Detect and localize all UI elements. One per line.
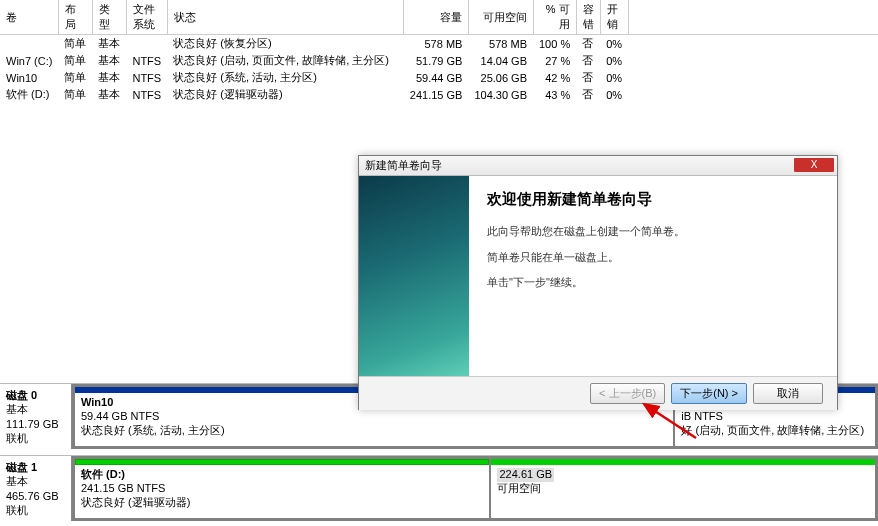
cell-layout: 简单 bbox=[58, 69, 92, 86]
col-fs[interactable]: 文件系统 bbox=[126, 0, 167, 35]
partition-sub: 59.44 GB NTFS bbox=[81, 410, 667, 424]
col-fault[interactable]: 容错 bbox=[576, 0, 600, 35]
cell-volume bbox=[0, 35, 58, 53]
cell-status: 状态良好 (系统, 活动, 主分区) bbox=[167, 69, 404, 86]
partition-status: 状态良好 (逻辑驱动器) bbox=[81, 496, 483, 510]
table-row[interactable]: 软件 (D:)简单基本NTFS状态良好 (逻辑驱动器)241.15 GB104.… bbox=[0, 86, 878, 103]
cell-free: 578 MB bbox=[468, 35, 533, 53]
partition-unallocated[interactable]: 224.61 GB 可用空间 bbox=[490, 458, 876, 519]
cell-status: 状态良好 (逻辑驱动器) bbox=[167, 86, 404, 103]
cell-type: 基本 bbox=[92, 52, 126, 69]
cell-type: 基本 bbox=[92, 69, 126, 86]
disk-info-0[interactable]: 磁盘 0 基本 111.79 GB 联机 bbox=[0, 384, 72, 449]
cell-free: 104.30 GB bbox=[468, 86, 533, 103]
col-overhead[interactable]: 开销 bbox=[600, 0, 628, 35]
volume-table: 卷 布局 类型 文件系统 状态 容量 可用空间 % 可用 容错 开销 简单基本状… bbox=[0, 0, 878, 103]
partition-d[interactable]: 软件 (D:) 241.15 GB NTFS 状态良好 (逻辑驱动器) bbox=[74, 458, 490, 519]
cell-pctfree: 42 % bbox=[533, 69, 576, 86]
cell-status: 状态良好 (恢复分区) bbox=[167, 35, 404, 53]
cell-volume: Win10 bbox=[0, 69, 58, 86]
cell-overhead: 0% bbox=[600, 52, 628, 69]
cell-layout: 简单 bbox=[58, 86, 92, 103]
cell-fault: 否 bbox=[576, 52, 600, 69]
cell-volume: 软件 (D:) bbox=[0, 86, 58, 103]
cell-fs: NTFS bbox=[126, 69, 167, 86]
dialog-titlebar[interactable]: 新建简单卷向导 X bbox=[359, 156, 837, 176]
table-row[interactable]: Win10简单基本NTFS状态良好 (系统, 活动, 主分区)59.44 GB2… bbox=[0, 69, 878, 86]
partition-status: 可用空间 bbox=[497, 482, 869, 496]
next-button[interactable]: 下一步(N) > bbox=[671, 383, 747, 404]
cell-capacity: 51.79 GB bbox=[404, 52, 469, 69]
disk-size: 111.79 GB bbox=[6, 417, 65, 431]
disk-row-1: 磁盘 1 基本 465.76 GB 联机 软件 (D:) 241.15 GB N… bbox=[0, 455, 878, 521]
partition-label: 软件 (D:) bbox=[81, 468, 483, 482]
cancel-button[interactable]: 取消 bbox=[753, 383, 823, 404]
table-header-row: 卷 布局 类型 文件系统 状态 容量 可用空间 % 可用 容错 开销 bbox=[0, 0, 878, 35]
dialog-title-text: 新建简单卷向导 bbox=[365, 158, 442, 173]
disk-state: 联机 bbox=[6, 431, 65, 445]
cell-layout: 简单 bbox=[58, 35, 92, 53]
cell-pctfree: 27 % bbox=[533, 52, 576, 69]
disk-title: 磁盘 1 bbox=[6, 460, 65, 474]
disk-state: 联机 bbox=[6, 503, 65, 517]
close-button[interactable]: X bbox=[794, 158, 834, 172]
close-icon: X bbox=[811, 159, 818, 170]
cell-pctfree: 100 % bbox=[533, 35, 576, 53]
cell-fs bbox=[126, 35, 167, 53]
cell-free: 14.04 GB bbox=[468, 52, 533, 69]
col-type[interactable]: 类型 bbox=[92, 0, 126, 35]
partition-sub: 241.15 GB NTFS bbox=[81, 482, 483, 496]
table-row[interactable]: Win7 (C:)简单基本NTFS状态良好 (启动, 页面文件, 故障转储, 主… bbox=[0, 52, 878, 69]
partition-status: 好 (启动, 页面文件, 故障转储, 主分区) bbox=[681, 424, 869, 438]
cell-overhead: 0% bbox=[600, 69, 628, 86]
disk-title: 磁盘 0 bbox=[6, 388, 65, 402]
wizard-line3: 单击"下一步"继续。 bbox=[487, 274, 821, 292]
disk-type: 基本 bbox=[6, 474, 65, 488]
wizard-line1: 此向导帮助您在磁盘上创建一个简单卷。 bbox=[487, 223, 821, 241]
cell-overhead: 0% bbox=[600, 86, 628, 103]
partition-status: 状态良好 (系统, 活动, 主分区) bbox=[81, 424, 667, 438]
cell-fault: 否 bbox=[576, 35, 600, 53]
table-row[interactable]: 简单基本状态良好 (恢复分区)578 MB578 MB100 %否0% bbox=[0, 35, 878, 53]
cell-capacity: 59.44 GB bbox=[404, 69, 469, 86]
cell-pctfree: 43 % bbox=[533, 86, 576, 103]
cell-fault: 否 bbox=[576, 86, 600, 103]
cell-type: 基本 bbox=[92, 35, 126, 53]
new-simple-volume-wizard-dialog: 新建简单卷向导 X 欢迎使用新建简单卷向导 此向导帮助您在磁盘上创建一个简单卷。… bbox=[358, 155, 838, 410]
cell-overhead: 0% bbox=[600, 35, 628, 53]
col-capacity[interactable]: 容量 bbox=[404, 0, 469, 35]
partition-sub: 224.61 GB bbox=[497, 468, 554, 482]
back-button: < 上一步(B) bbox=[590, 383, 665, 404]
cell-capacity: 241.15 GB bbox=[404, 86, 469, 103]
disk-info-1[interactable]: 磁盘 1 基本 465.76 GB 联机 bbox=[0, 456, 72, 521]
partition-sub: iB NTFS bbox=[681, 410, 869, 424]
col-pctfree[interactable]: % 可用 bbox=[533, 0, 576, 35]
dialog-button-row: < 上一步(B) 下一步(N) > 取消 bbox=[359, 376, 837, 410]
cell-capacity: 578 MB bbox=[404, 35, 469, 53]
cell-free: 25.06 GB bbox=[468, 69, 533, 86]
col-layout[interactable]: 布局 bbox=[58, 0, 92, 35]
wizard-banner bbox=[359, 176, 469, 376]
cell-status: 状态良好 (启动, 页面文件, 故障转储, 主分区) bbox=[167, 52, 404, 69]
col-volume[interactable]: 卷 bbox=[0, 0, 58, 35]
col-free[interactable]: 可用空间 bbox=[468, 0, 533, 35]
wizard-line2: 简单卷只能在单一磁盘上。 bbox=[487, 249, 821, 267]
disk-type: 基本 bbox=[6, 402, 65, 416]
cell-type: 基本 bbox=[92, 86, 126, 103]
wizard-heading: 欢迎使用新建简单卷向导 bbox=[487, 190, 821, 209]
cell-fault: 否 bbox=[576, 69, 600, 86]
col-status[interactable]: 状态 bbox=[167, 0, 404, 35]
cell-fs: NTFS bbox=[126, 86, 167, 103]
disk-size: 465.76 GB bbox=[6, 489, 65, 503]
cell-volume: Win7 (C:) bbox=[0, 52, 58, 69]
cell-layout: 简单 bbox=[58, 52, 92, 69]
cell-fs: NTFS bbox=[126, 52, 167, 69]
